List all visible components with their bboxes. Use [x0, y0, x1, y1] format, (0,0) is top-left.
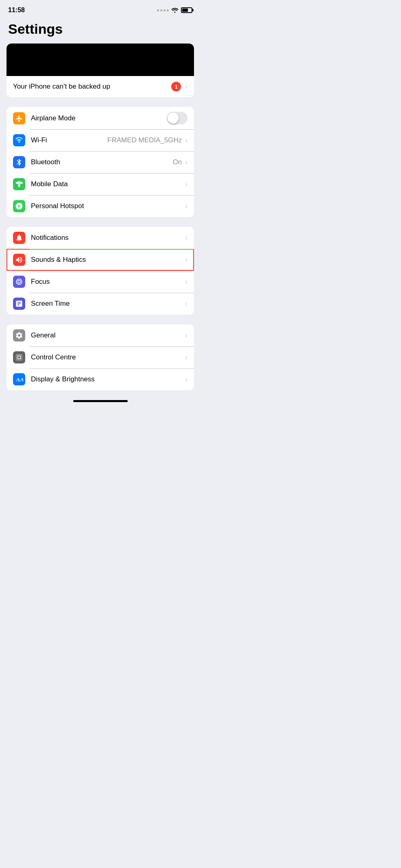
focus-label: Focus — [31, 278, 184, 286]
bluetooth-icon — [13, 156, 25, 168]
backup-chevron-icon: › — [185, 83, 187, 91]
airplane-mode-toggle[interactable] — [167, 112, 187, 124]
wifi-icon — [13, 134, 25, 146]
wifi-row[interactable]: Wi-Fi FRAMED MEDIA_5GHz › — [7, 129, 194, 151]
status-icons — [157, 7, 192, 13]
notifications-label: Notifications — [31, 234, 184, 242]
focus-chevron-icon: › — [185, 278, 187, 286]
notifications-row[interactable]: Notifications › — [7, 227, 194, 249]
status-bar: 11:58 — [0, 0, 200, 18]
bluetooth-value: On — [173, 158, 182, 166]
focus-icon — [13, 276, 25, 288]
wifi-status-icon — [171, 7, 179, 13]
sounds-haptics-icon — [13, 254, 25, 266]
personal-hotspot-chevron-icon: › — [185, 202, 187, 210]
screen-time-chevron-icon: › — [185, 300, 187, 308]
bluetooth-label: Bluetooth — [31, 158, 173, 166]
display-brightness-chevron-icon: › — [185, 375, 187, 383]
sounds-haptics-label: Sounds & Haptics — [31, 256, 184, 264]
page-title: Settings — [0, 18, 200, 44]
bluetooth-row[interactable]: Bluetooth On › — [7, 151, 194, 173]
bluetooth-chevron-icon: › — [185, 158, 187, 166]
sounds-haptics-row[interactable]: Sounds & Haptics › — [7, 249, 194, 271]
wifi-label: Wi-Fi — [31, 136, 107, 144]
black-banner — [7, 44, 194, 76]
home-indicator — [73, 400, 128, 402]
mobile-data-chevron-icon: › — [185, 180, 187, 188]
notifications-icon — [13, 232, 25, 244]
battery-icon — [181, 7, 192, 13]
display-brightness-row[interactable]: AA Display & Brightness › — [7, 368, 194, 390]
airplane-mode-row[interactable]: Airplane Mode — [7, 107, 194, 129]
personal-hotspot-row[interactable]: Personal Hotspot › — [7, 195, 194, 217]
screen-time-label: Screen Time — [31, 300, 184, 308]
general-card-group: General › Control Centre › AA Display & … — [7, 324, 194, 390]
screen-time-icon — [13, 298, 25, 310]
mobile-data-label: Mobile Data — [31, 180, 184, 188]
control-centre-icon — [13, 351, 25, 363]
personal-hotspot-icon — [13, 200, 25, 212]
general-chevron-icon: › — [185, 331, 187, 339]
control-centre-chevron-icon: › — [185, 353, 187, 361]
display-brightness-label: Display & Brightness — [31, 375, 184, 383]
status-time: 11:58 — [8, 7, 25, 14]
personal-hotspot-label: Personal Hotspot — [31, 202, 184, 210]
wifi-value: FRAMED MEDIA_5GHz — [107, 136, 182, 144]
notifications-chevron-icon: › — [185, 234, 187, 242]
signal-icon — [157, 9, 169, 11]
general-row[interactable]: General › — [7, 324, 194, 346]
airplane-mode-icon — [13, 112, 25, 124]
mobile-data-icon — [13, 178, 25, 190]
system-card-group: Notifications › Sounds & Haptics › Focus… — [7, 227, 194, 315]
airplane-mode-label: Airplane Mode — [31, 114, 167, 122]
backup-warning-row[interactable]: Your iPhone can't be backed up 1 › — [7, 76, 194, 97]
sounds-haptics-chevron-icon: › — [185, 256, 187, 264]
control-centre-label: Control Centre — [31, 353, 184, 361]
backup-warning-label: Your iPhone can't be backed up — [13, 83, 171, 91]
alert-card-group: Your iPhone can't be backed up 1 › — [7, 44, 194, 97]
general-icon — [13, 329, 25, 342]
svg-text:AA: AA — [16, 376, 24, 383]
badge-count: 1 — [171, 82, 181, 91]
mobile-data-row[interactable]: Mobile Data › — [7, 173, 194, 195]
screen-time-row[interactable]: Screen Time › — [7, 293, 194, 315]
control-centre-row[interactable]: Control Centre › — [7, 346, 194, 368]
display-brightness-icon: AA — [13, 373, 25, 385]
wifi-chevron-icon: › — [185, 136, 187, 144]
connectivity-card-group: Airplane Mode Wi-Fi FRAMED MEDIA_5GHz › … — [7, 107, 194, 217]
general-label: General — [31, 331, 184, 339]
focus-row[interactable]: Focus › — [7, 271, 194, 293]
